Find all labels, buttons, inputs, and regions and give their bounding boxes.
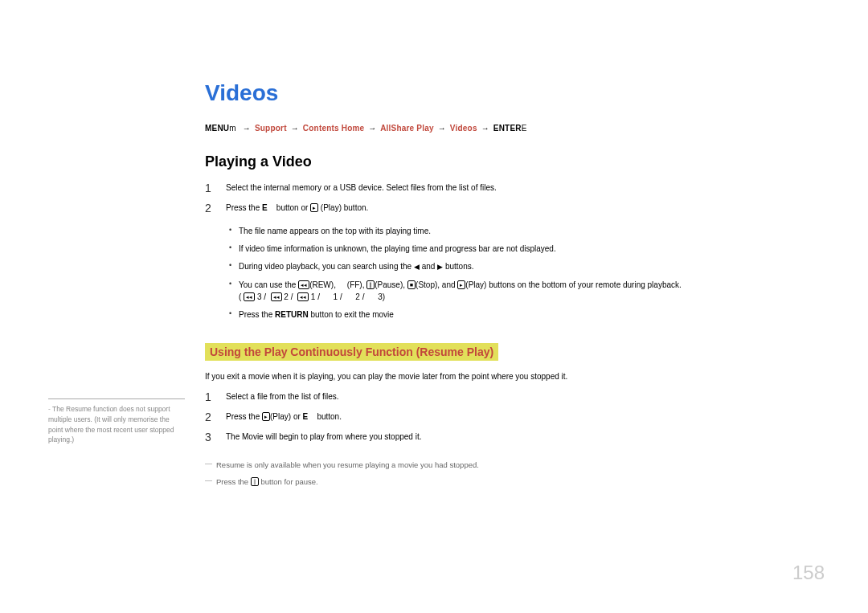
pause-icon: ∥ [366,280,375,289]
breadcrumb-arrow: → [438,124,446,133]
page-number: 158 [792,562,825,584]
resume-step-1: Select a file from the list of files. [205,390,832,403]
breadcrumb-item-videos: Videos [450,124,477,133]
breadcrumb-prefix: MENUm [205,124,236,133]
bullet-time-unknown: If video time information is unknown, th… [226,243,832,255]
rew-icon: ◂◂ [244,292,255,301]
resume-step-2: Press the ▸(Play) or E button. [205,411,832,423]
section-heading-resume: Using the Play Continuously Function (Re… [205,343,498,361]
playing-bullets: The file name appears on the top with it… [226,225,832,321]
bullet-search: During video playback, you can search us… [226,260,832,273]
breadcrumb-arrow: → [368,124,376,133]
right-arrow-icon: ▶ [437,263,443,271]
page-title: Videos [205,80,832,106]
breadcrumb-item-support: Support [255,124,287,133]
play-icon: ▸ [310,203,318,212]
breadcrumb-arrow: → [243,124,251,133]
note-resume-availability: Resume is only available when you resume… [205,459,832,471]
rew-icon: ◂◂ [271,292,282,301]
breadcrumb-item-allshare-play: AllShare Play [380,124,434,133]
step-1: Select the internal memory or a USB devi… [205,182,832,194]
rew-icon: ◂◂ [298,280,309,289]
manual-page: The Resume function does not support mul… [0,0,868,613]
pause-icon: ∥ [251,477,259,486]
playing-steps: Select the internal memory or a USB devi… [205,182,832,321]
bullet-filename: The file name appears on the top with it… [226,225,832,237]
play-icon: ▸ [457,280,465,289]
resume-intro: If you exit a movie when it is playing, … [205,370,832,382]
stop-icon: ■ [407,280,416,289]
play-icon: ▸ [262,412,270,421]
step-2: Press the E button or ▸ (Play) button. T… [205,202,832,321]
main-content: Videos MENUm → Support → Contents Home →… [205,80,832,488]
left-arrow-icon: ◀ [414,263,420,271]
bullet-remote-buttons: You can use the ◂◂(REW), (FF), ∥(Pause),… [226,279,832,303]
breadcrumb-arrow: → [481,124,489,133]
breadcrumb-suffix: ENTERE [493,124,527,133]
rew-icon: ◂◂ [297,292,309,301]
breadcrumb-arrow: → [291,124,299,133]
resume-steps: Select a file from the list of files. Pr… [205,390,832,443]
breadcrumb-item-contents-home: Contents Home [303,124,365,133]
breadcrumb: MENUm → Support → Contents Home → AllSha… [205,124,832,133]
resume-step-3: The Movie will begin to play from where … [205,431,832,443]
sidebar-footnote: The Resume function does not support mul… [48,398,185,445]
note-pause: Press the ∥ button for pause. [205,476,832,488]
section-heading-playing: Playing a Video [205,153,832,170]
bullet-return: Press the RETURN button to exit the movi… [226,309,832,321]
